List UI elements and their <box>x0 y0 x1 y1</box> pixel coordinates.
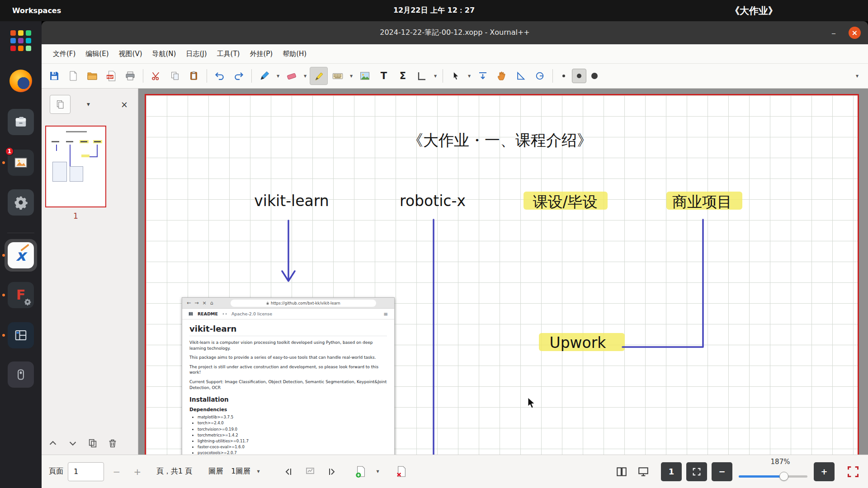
system-clock[interactable]: 12月22日 上午 12：27 <box>393 6 475 15</box>
duplicate-page-button[interactable] <box>88 438 98 448</box>
url-bar: https://github.com/bxt-kk/vikit-learn <box>231 300 376 307</box>
delete-page-button[interactable] <box>393 463 410 480</box>
add-page-dropdown[interactable]: ▼ <box>374 469 381 474</box>
text-tool-button[interactable]: T <box>375 67 393 85</box>
add-page-button[interactable] <box>352 463 369 480</box>
shapes-dropdown[interactable]: ▼ <box>432 74 439 78</box>
thickness-thick-button[interactable] <box>587 69 602 83</box>
github-screenshot: ← → × ⌂ https://github.com/bxt-kk/vikit-… <box>182 297 395 455</box>
zoom-slider-handle[interactable] <box>779 472 788 481</box>
text-tool-icon: T <box>381 70 387 81</box>
running-indicator <box>2 254 5 257</box>
hand-tool-button[interactable] <box>493 67 511 85</box>
workspaces-indicator[interactable]: Workspaces <box>12 6 61 15</box>
toolbar-overflow-dropdown[interactable]: ▼ <box>854 74 861 78</box>
dual-page-view-button[interactable] <box>613 463 630 480</box>
move-up-button[interactable] <box>48 438 58 448</box>
next-annotated-page-button[interactable] <box>323 463 340 480</box>
thumbnail-page-number: 1 <box>45 211 106 221</box>
pen-dropdown[interactable]: ▼ <box>274 74 282 78</box>
layer-label: 圖層 <box>208 467 223 476</box>
minimize-button[interactable]: – <box>831 28 836 38</box>
dependency-item: torch>=2.4.0 <box>198 420 387 426</box>
page-number-input[interactable] <box>68 462 104 481</box>
menu-help[interactable]: 帮助(H) <box>278 44 311 64</box>
eraser-dropdown[interactable]: ▼ <box>302 74 309 78</box>
copy-button[interactable] <box>166 67 184 85</box>
dock-settings[interactable] <box>0 189 42 216</box>
menu-file[interactable]: 文件(F) <box>48 44 80 64</box>
menu-plugins[interactable]: 外挂(P) <box>245 44 278 64</box>
toolbar-separator <box>143 69 143 83</box>
vertical-space-button[interactable] <box>474 67 492 85</box>
sidebar-dropdown[interactable]: ▼ <box>87 102 90 107</box>
insert-image-button[interactable] <box>356 67 374 85</box>
dock-image-viewer[interactable]: 1 <box>0 150 42 176</box>
layout-app-icon <box>14 328 28 342</box>
close-button[interactable]: × <box>849 27 861 39</box>
keyboard-icon <box>332 70 344 82</box>
zoom-100-button[interactable]: 1 <box>661 462 682 481</box>
eraser-tool-button[interactable] <box>283 67 301 85</box>
export-pdf-button[interactable]: PDF <box>102 67 120 85</box>
dock-app-f-gear[interactable]: F <box>0 282 42 308</box>
cut-button[interactable] <box>147 67 165 85</box>
math-tex-button[interactable]: Σ <box>394 67 412 85</box>
dock-app-extra[interactable] <box>0 361 42 388</box>
paste-button[interactable] <box>185 67 203 85</box>
repo-heading: vikit-learn <box>189 324 387 336</box>
delete-page-trash-button[interactable] <box>108 438 118 448</box>
layer-dropdown[interactable]: 1圖層 ▼ <box>227 462 265 481</box>
open-button[interactable] <box>83 67 101 85</box>
thickness-medium-button[interactable] <box>572 69 586 83</box>
dock-firefox[interactable] <box>0 68 42 94</box>
zoom-slider[interactable] <box>739 475 807 478</box>
print-button[interactable] <box>121 67 139 85</box>
page-total-label: 頁，共1 頁 <box>156 467 192 476</box>
medium-dot-icon <box>577 74 581 78</box>
dock-xournalpp[interactable]: x <box>0 239 42 272</box>
sidebar-tab-page-preview[interactable] <box>50 95 71 114</box>
page-preview-button[interactable] <box>302 463 319 480</box>
dock-files[interactable] <box>0 109 42 135</box>
highlighter-tool-button[interactable] <box>310 67 328 85</box>
redo-button[interactable] <box>230 67 248 85</box>
zoom-out-button[interactable]: − <box>712 462 732 481</box>
menu-navigate[interactable]: 导航(N) <box>147 44 181 64</box>
new-document-button[interactable] <box>64 67 82 85</box>
presentation-mode-button[interactable] <box>635 463 652 480</box>
page-thumbnail[interactable] <box>45 126 106 207</box>
menu-edit[interactable]: 编辑(E) <box>80 44 113 64</box>
shapes-tool-button[interactable] <box>413 67 431 85</box>
expand-view-button[interactable] <box>844 463 862 480</box>
keyboard-tool-button[interactable] <box>329 67 347 85</box>
menu-journal[interactable]: 日志(J) <box>181 44 212 64</box>
save-button[interactable] <box>45 67 63 85</box>
sidebar-close-button[interactable]: × <box>121 99 128 109</box>
pen-tool-button[interactable] <box>255 67 274 85</box>
prev-annotated-page-button[interactable] <box>280 463 297 480</box>
book-icon <box>189 312 193 316</box>
note-title: 《大作业・一、课程介绍》 <box>408 130 592 151</box>
dock-app-layout[interactable] <box>0 322 42 348</box>
undo-button[interactable] <box>211 67 229 85</box>
page-increment-button[interactable]: + <box>129 464 146 480</box>
thickness-fine-button[interactable] <box>557 69 571 83</box>
circle-tool-button[interactable] <box>531 67 549 85</box>
page-decrement-button[interactable]: − <box>108 464 125 480</box>
dock-separator <box>7 233 34 233</box>
zoom-fit-button[interactable] <box>686 462 707 481</box>
keyboard-dropdown[interactable]: ▼ <box>348 74 355 78</box>
zoom-in-button[interactable]: + <box>814 462 835 481</box>
select-tool-button[interactable] <box>447 67 465 85</box>
move-down-button[interactable] <box>68 438 78 448</box>
dependency-item: faster-coco-eval>=1.6.0 <box>198 444 387 450</box>
menu-tools[interactable]: 工具(T) <box>212 44 245 64</box>
dependency-item: torchvision>=0.19.0 <box>198 427 387 432</box>
dock-show-apps[interactable] <box>0 28 42 54</box>
shape-recognizer-button[interactable] <box>512 67 530 85</box>
chevron-right-bar-icon <box>326 466 337 477</box>
select-dropdown[interactable]: ▼ <box>466 74 473 78</box>
sigma-icon: Σ <box>400 70 406 81</box>
menu-view[interactable]: 视图(V) <box>114 44 147 64</box>
